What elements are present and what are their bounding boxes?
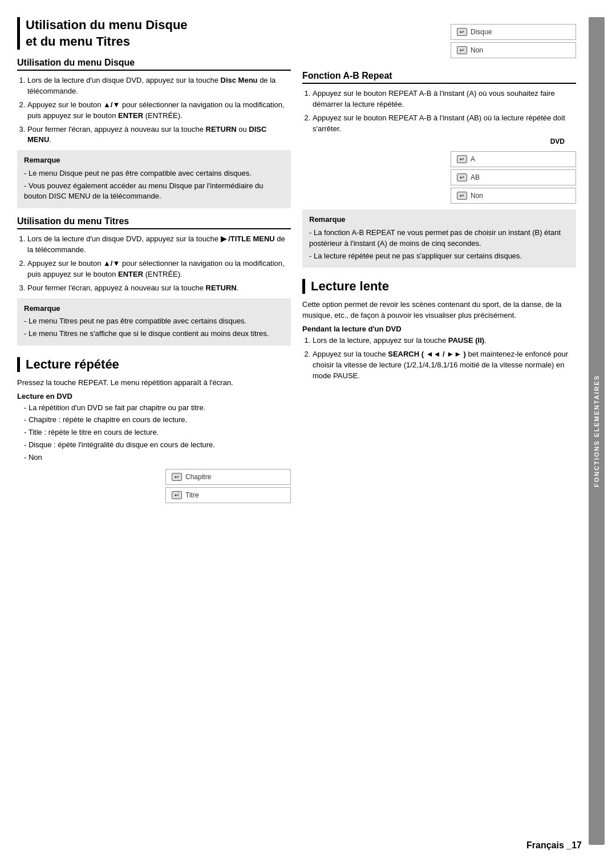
note-item: La fonction A-B REPEAT ne vous permet pa… (309, 228, 569, 249)
note-item: La lecture répétée peut ne pas s'appliqu… (309, 251, 569, 262)
step-item: Appuyez sur la touche SEARCH ( ◄◄ / ►► )… (313, 349, 576, 382)
screen-titre: ↩ Titre (165, 487, 291, 503)
section-titres-title: Utilisation du menu Titres (17, 216, 291, 229)
screen-label-non-ab: Non (471, 192, 483, 200)
screen-label-ab: AB (471, 173, 480, 181)
screen-non-ab: ↩ Non (451, 188, 576, 204)
section-disque-title: Utilisation du menu Disque (17, 58, 291, 71)
repeat-icon: ↩ (457, 173, 467, 181)
section-lecture-lente-title: Lecture lente (302, 279, 576, 294)
dvd-label: DVD (302, 137, 576, 145)
step-item: Appuyez sur le bouton ▲/▼ pour sélection… (27, 258, 291, 280)
step-item: Lors de la lecture, appuyez sur la touch… (313, 335, 576, 346)
screen-disque: ↩ Disque (451, 24, 576, 40)
lecture-lente-intro: Cette option permet de revoir les scènes… (302, 300, 576, 321)
dvd-item: Non (24, 452, 291, 463)
section-disque-steps: Lors de la lecture d'un disque DVD, appu… (17, 75, 291, 145)
note-item: Le menu Disque peut ne pas être compatib… (24, 168, 284, 179)
pendant-lecture-dvd-heading: Pendant la lecture d'un DVD (302, 325, 576, 333)
repeat-icon: ↩ (457, 155, 467, 163)
dvd-item: Title : répète le titre en cours de lect… (24, 427, 291, 438)
repeat-icon: ↩ (172, 473, 182, 481)
section-titres-steps: Lors de la lecture d'un disque DVD, appu… (17, 234, 291, 293)
note-box-ab: Remarque La fonction A-B REPEAT ne vous … (302, 209, 576, 268)
note-item: Le menu Titres peut ne pas être compatib… (24, 316, 284, 327)
note-box-disque: Remarque Le menu Disque peut ne pas être… (17, 150, 291, 208)
step-item: Pour fermer l'écran, appuyez à nouveau s… (27, 124, 291, 146)
note-items: Le menu Disque peut ne pas être compatib… (24, 168, 284, 203)
pendant-lecture-steps: Lors de la lecture, appuyez sur la touch… (302, 335, 576, 381)
dvd-item: La répétition d'un DVD se fait par chapi… (24, 403, 291, 414)
step-item: Pour fermer l'écran, appuyez à nouveau s… (27, 283, 291, 294)
lecture-dvd-heading: Lecture en DVD (17, 392, 291, 400)
screen-label-titre: Titre (185, 491, 199, 499)
screen-label-disque: Disque (471, 28, 492, 36)
step-item: Lors de la lecture d'un disque DVD, appu… (27, 75, 291, 97)
note-item: Vous pouvez également accéder au menu Di… (24, 181, 284, 203)
note-item: Le menu Titres ne s'affiche que si le di… (24, 329, 284, 339)
screen-chapitre: ↩ Chapitre (165, 469, 291, 485)
page-footer: Français _17 (526, 840, 582, 851)
repeat-icon: ↩ (457, 28, 467, 36)
screen-a: ↩ A (451, 151, 576, 167)
repeat-icon: ↩ (457, 46, 467, 54)
repeat-icon: ↩ (172, 491, 182, 499)
section-lecture-repetee-title: Lecture répétée (17, 357, 291, 372)
note-box-titres: Remarque Le menu Titres peut ne pas être… (17, 298, 291, 346)
screen-label-chapitre: Chapitre (185, 473, 211, 481)
note-items: Le menu Titres peut ne pas être compatib… (24, 316, 284, 339)
note-items: La fonction A-B REPEAT ne vous permet pa… (309, 228, 569, 262)
note-title: Remarque (24, 303, 284, 314)
step-item: Lors de la lecture d'un disque DVD, appu… (27, 234, 291, 256)
step-item: Appuyez sur le bouton ▲/▼ pour sélection… (27, 100, 291, 122)
step-item: Appuyez sur le bouton REPEAT A-B à l'ins… (313, 88, 576, 110)
left-column: Utilisation du menu Disque et du menu Ti… (17, 17, 291, 845)
screen-ab: ↩ AB (451, 169, 576, 185)
screens-container-ab: ↩ A ↩ AB ↩ Non (302, 150, 576, 205)
section-ab-title: Fonction A-B Repeat (302, 71, 576, 84)
dvd-item: Chapitre : répète le chapitre en cours d… (24, 415, 291, 426)
note-title: Remarque (309, 214, 569, 225)
screen-non-top: ↩ Non (451, 42, 576, 58)
dvd-item: Disque : épète l'intégralité du disque e… (24, 440, 291, 451)
lecture-repetee-intro: Pressez la touche REPEAT. Le menu répéti… (17, 378, 291, 388)
step-item: Appuyez sur le bouton REPEAT A-B à l'ins… (313, 113, 576, 135)
screens-container-disque-non: ↩ Disque ↩ Non (302, 23, 576, 59)
right-column: ↩ Disque ↩ Non Fonction A-B Repeat Appuy… (302, 17, 576, 845)
note-title: Remarque (24, 155, 284, 166)
repeat-icon: ↩ (457, 192, 467, 200)
screen-label-a: A (471, 155, 475, 163)
dvd-items: La répétition d'un DVD se fait par chapi… (17, 403, 291, 463)
sidebar-tab: FONCTIONS ELEMENTAIRES (589, 17, 605, 845)
section-ab-steps: Appuyez sur le bouton REPEAT A-B à l'ins… (302, 88, 576, 134)
main-title: Utilisation du menu Disque et du menu Ti… (17, 17, 291, 50)
screens-container-chapitre-titre: ↩ Chapitre ↩ Titre (17, 468, 291, 504)
screen-label-non-top: Non (471, 46, 483, 54)
